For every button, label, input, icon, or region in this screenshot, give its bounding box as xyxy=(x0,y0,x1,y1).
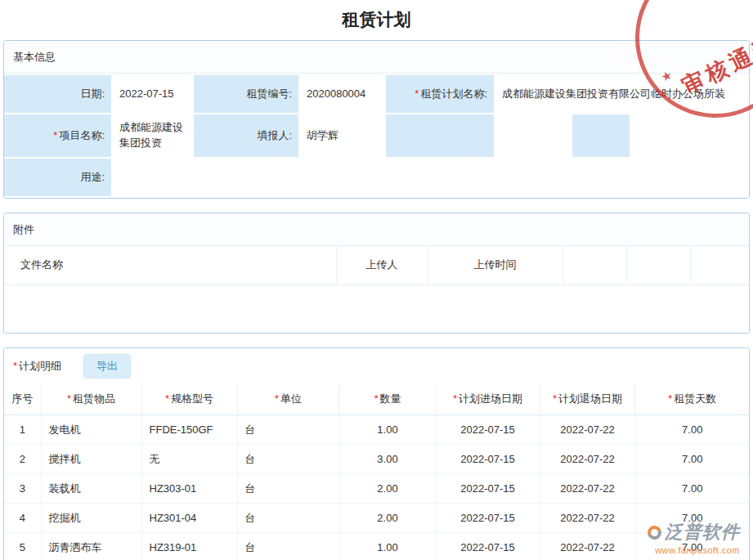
form-row: *项目名称: 成都能源建设集团投资 填报人: 胡学辉 xyxy=(4,114,749,157)
column-header-index: 序号 xyxy=(4,384,41,415)
table-row: 5沥青洒布车HZ319-01台1.002022-07-152022-07-227… xyxy=(4,533,749,560)
table-cell: 台 xyxy=(237,445,339,474)
project-name-value: 成都能源建设集团投资 xyxy=(113,114,192,157)
table-cell: 台 xyxy=(237,504,339,533)
required-marker: * xyxy=(67,392,71,405)
date-label: 日期: xyxy=(4,75,111,113)
required-marker: * xyxy=(415,87,419,102)
table-cell: 2022-07-22 xyxy=(540,533,635,560)
plan-details-table: 序号 *租赁物品 *规格型号 *单位 *数量 *计划进场日期 *计划退场日期 *… xyxy=(4,384,749,560)
table-cell: 沥青洒布车 xyxy=(41,533,141,560)
table-cell: 挖掘机 xyxy=(41,504,141,533)
attachments-title: 附件 xyxy=(4,213,749,246)
plan-name-value: 成都能源建设集团投资有限公司临时办公场所装 xyxy=(495,75,749,113)
table-cell: 2.00 xyxy=(339,474,436,504)
table-row: 4挖掘机HZ301-04台2.002022-07-152022-07-227.0… xyxy=(4,504,749,533)
plan-details-header-row: 序号 *租赁物品 *规格型号 *单位 *数量 *计划进场日期 *计划退场日期 *… xyxy=(4,384,749,415)
table-cell: HZ301-04 xyxy=(141,504,237,533)
empty-label-cell xyxy=(572,114,630,157)
table-cell: 台 xyxy=(237,533,339,560)
table-cell: 3.00 xyxy=(339,445,436,474)
required-marker: * xyxy=(553,392,557,405)
basic-info-form: 日期: 2022-07-15 租赁编号: 2020080004 *租赁计划名称:… xyxy=(4,75,749,198)
plan-details-body: 1发电机FFDE-150GF台1.002022-07-152022-07-227… xyxy=(4,415,749,560)
table-cell: 7.00 xyxy=(635,415,749,445)
form-row: 日期: 2022-07-15 租赁编号: 2020080004 *租赁计划名称:… xyxy=(4,75,749,113)
column-header-quantity: *数量 xyxy=(339,384,436,415)
table-cell: 2022-07-22 xyxy=(540,504,635,533)
basic-info-section: 基本信息 日期: 2022-07-15 租赁编号: 2020080004 *租赁… xyxy=(3,40,750,199)
attachments-column-empty xyxy=(563,246,626,284)
empty-value-cell xyxy=(495,114,571,157)
column-label: 计划进场日期 xyxy=(459,392,522,405)
column-header-rental-days: *租赁天数 xyxy=(635,384,749,415)
table-cell: 无 xyxy=(141,445,237,474)
table-row: 3装载机HZ303-01台2.002022-07-152022-07-227.0… xyxy=(4,474,749,504)
table-cell: 台 xyxy=(237,415,339,445)
brand-name: 泛普软件 xyxy=(665,520,740,544)
table-cell: 5 xyxy=(4,533,41,560)
required-marker: * xyxy=(13,360,17,372)
table-cell: 2022-07-22 xyxy=(540,415,635,445)
plan-details-band: * 计划明细 导出 xyxy=(4,348,749,384)
table-cell: 7.00 xyxy=(635,445,749,474)
column-label: 序号 xyxy=(11,392,33,405)
column-header-model: *规格型号 xyxy=(141,384,237,415)
empty-label-cell xyxy=(386,114,494,157)
plan-details-section: * 计划明细 导出 序号 *租赁物品 *规格型号 *单位 *数量 *计划进场日期… xyxy=(3,347,750,560)
required-marker: * xyxy=(275,392,279,405)
attachments-empty-area xyxy=(4,285,749,333)
table-cell: 1.00 xyxy=(339,415,436,445)
required-marker: * xyxy=(53,128,57,144)
column-header-entry-date: *计划进场日期 xyxy=(436,384,540,415)
column-label: 租赁物品 xyxy=(73,392,115,405)
plan-details-title: 计划明细 xyxy=(19,359,61,374)
table-cell: HZ319-01 xyxy=(141,533,237,560)
date-value: 2022-07-15 xyxy=(113,75,192,113)
attachments-column-filename: 文件名称 xyxy=(4,246,336,284)
table-cell: 1 xyxy=(4,415,41,445)
attachments-column-empty xyxy=(626,246,690,284)
attachments-column-upload-time: 上传时间 xyxy=(428,246,563,284)
table-cell: 3 xyxy=(4,474,41,504)
required-marker: * xyxy=(165,392,169,405)
purpose-value xyxy=(113,159,749,196)
table-cell: 2022-07-15 xyxy=(436,474,540,504)
column-label: 规格型号 xyxy=(171,392,213,405)
empty-value-cell xyxy=(631,114,749,157)
table-cell: HZ303-01 xyxy=(141,474,237,504)
table-row: 2搅拌机无台3.002022-07-152022-07-227.00 xyxy=(4,445,749,474)
basic-info-title: 基本信息 xyxy=(4,41,749,74)
rental-no-value: 2020080004 xyxy=(300,75,384,113)
attachments-column-empty xyxy=(690,246,749,284)
table-cell: 1.00 xyxy=(339,533,436,560)
export-button[interactable]: 导出 xyxy=(83,354,131,379)
table-cell: 2022-07-22 xyxy=(540,474,635,504)
required-marker: * xyxy=(668,392,672,405)
table-cell: 2022-07-15 xyxy=(436,533,540,560)
column-label: 数量 xyxy=(380,392,401,405)
table-cell: 台 xyxy=(237,474,339,504)
table-cell: 4 xyxy=(4,504,41,533)
page-title: 租赁计划 xyxy=(0,0,753,40)
attachments-table: 文件名称 上传人 上传时间 xyxy=(4,246,749,285)
attachments-column-uploader: 上传人 xyxy=(336,246,428,284)
table-cell: 发电机 xyxy=(41,415,141,445)
table-cell: 搅拌机 xyxy=(41,445,141,474)
table-cell: 2022-07-15 xyxy=(436,445,540,474)
plan-name-label-text: 租赁计划名称: xyxy=(420,87,487,102)
table-cell: 装载机 xyxy=(41,474,141,504)
table-cell: 2022-07-15 xyxy=(436,415,540,445)
rental-no-label: 租赁编号: xyxy=(194,75,298,113)
column-header-item: *租赁物品 xyxy=(41,384,141,415)
column-header-exit-date: *计划退场日期 xyxy=(540,384,635,415)
column-label: 计划退场日期 xyxy=(558,392,622,405)
form-row: 用途: xyxy=(4,159,749,196)
attachments-header-row: 文件名称 上传人 上传时间 xyxy=(4,246,749,284)
table-cell: 2022-07-15 xyxy=(436,504,540,533)
column-label: 租赁天数 xyxy=(674,392,716,405)
required-marker: * xyxy=(374,392,378,405)
table-row: 1发电机FFDE-150GF台1.002022-07-152022-07-227… xyxy=(4,415,749,445)
reporter-value: 胡学辉 xyxy=(300,114,384,157)
table-cell: 2 xyxy=(4,445,41,474)
